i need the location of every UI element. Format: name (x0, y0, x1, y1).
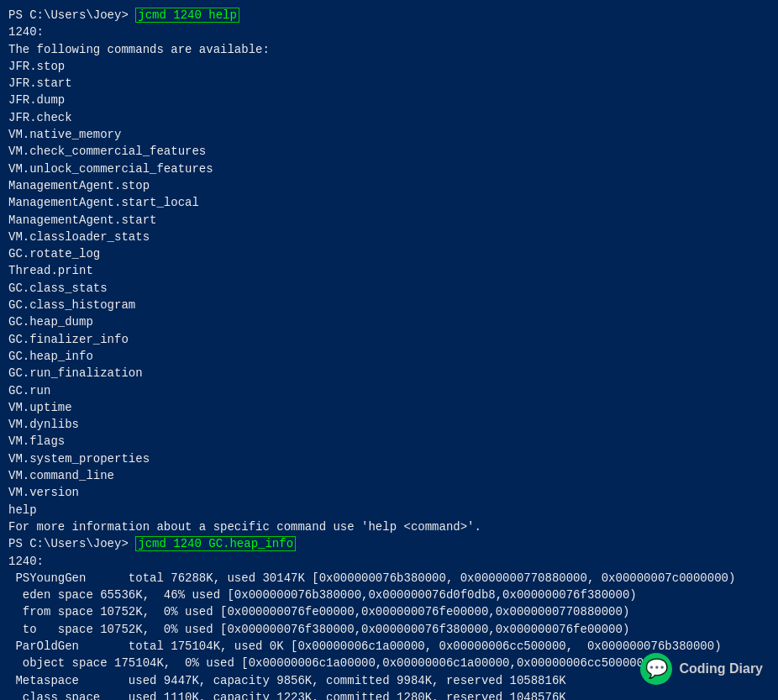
terminal-line: VM.system_properties (8, 450, 770, 467)
terminal-line: ManagementAgent.stop (8, 177, 770, 194)
terminal-line: ManagementAgent.start_local (8, 194, 770, 211)
terminal-line: JFR.start (8, 75, 770, 92)
terminal-line: PS C:\Users\Joey> jcmd 1240 help (8, 7, 770, 24)
terminal-line: JFR.dump (8, 92, 770, 108)
command-highlight: jcmd 1240 help (135, 8, 239, 23)
terminal-line: GC.heap_dump (8, 313, 770, 330)
terminal-line: from space 10752K, 0% used [0x000000076f… (8, 603, 770, 620)
terminal-line: 1240: (8, 553, 770, 570)
terminal-line: VM.command_line (8, 467, 770, 484)
terminal-line: VM.check_commercial_features (8, 143, 770, 160)
terminal-line: GC.finalizer_info (8, 331, 770, 348)
terminal-line: ManagementAgent.start (8, 212, 770, 229)
terminal-line: to space 10752K, 0% used [0x000000076f38… (8, 621, 770, 638)
terminal-line: help (8, 502, 770, 518)
terminal-line: GC.rotate_log (8, 245, 770, 262)
terminal-window: PS C:\Users\Joey> jcmd 1240 help1240:The… (0, 0, 778, 700)
terminal-line: JFR.check (8, 109, 770, 126)
terminal-line: GC.run (8, 382, 770, 399)
terminal-line: VM.native_memory (8, 126, 770, 143)
terminal-line: Thread.print (8, 262, 770, 279)
terminal-line: JFR.stop (8, 58, 770, 75)
terminal-line: PS C:\Users\Joey> jcmd 1240 GC.heap_info (8, 535, 770, 552)
terminal-line: For more information about a specific co… (8, 518, 770, 535)
terminal-line: GC.class_stats (8, 280, 770, 297)
terminal-line: GC.class_histogram (8, 297, 770, 313)
terminal-line: VM.unlock_commercial_features (8, 161, 770, 177)
terminal-line: VM.version (8, 484, 770, 501)
terminal-line: GC.heap_info (8, 348, 770, 365)
terminal-line: The following commands are available: (8, 41, 770, 58)
terminal-line: VM.dynlibs (8, 416, 770, 433)
terminal-line: eden space 65536K, 46% used [0x000000076… (8, 587, 770, 603)
terminal-line: class space used 1110K, capacity 1223K, … (8, 689, 770, 700)
terminal-line: VM.classloader_stats (8, 229, 770, 245)
terminal-line: VM.flags (8, 433, 770, 450)
watermark-text: Coding Diary (679, 661, 763, 676)
terminal-line: PSYoungGen total 76288K, used 30147K [0x… (8, 570, 770, 587)
terminal-content: PS C:\Users\Joey> jcmd 1240 help1240:The… (8, 7, 770, 700)
command-highlight: jcmd 1240 GC.heap_info (135, 536, 296, 551)
wechat-icon: 💬 (640, 653, 672, 685)
terminal-line: VM.uptime (8, 399, 770, 416)
terminal-line: GC.run_finalization (8, 365, 770, 382)
watermark: 💬 Coding Diary (640, 653, 763, 685)
terminal-line: 1240: (8, 24, 770, 40)
